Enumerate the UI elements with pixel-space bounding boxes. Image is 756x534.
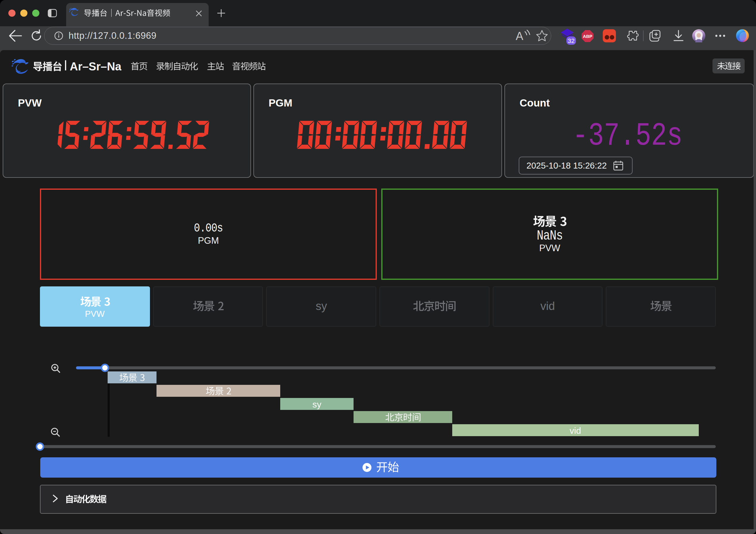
svg-text:ABP: ABP	[583, 34, 592, 39]
svg-text:32: 32	[568, 37, 575, 44]
svg-text:A: A	[516, 30, 524, 42]
